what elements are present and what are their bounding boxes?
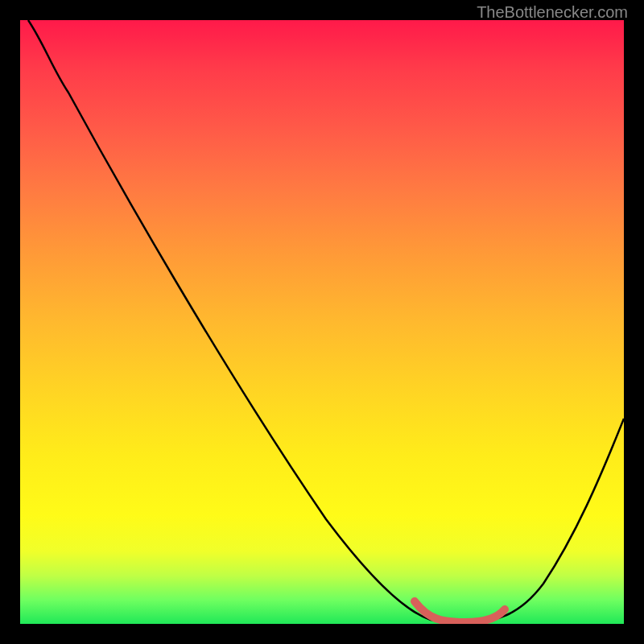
bottleneck-curve-line — [28, 20, 624, 622]
bottleneck-chart: TheBottlenecker.com — [0, 0, 644, 644]
watermark-text: TheBottlenecker.com — [477, 3, 628, 22]
chart-lines — [20, 20, 624, 624]
